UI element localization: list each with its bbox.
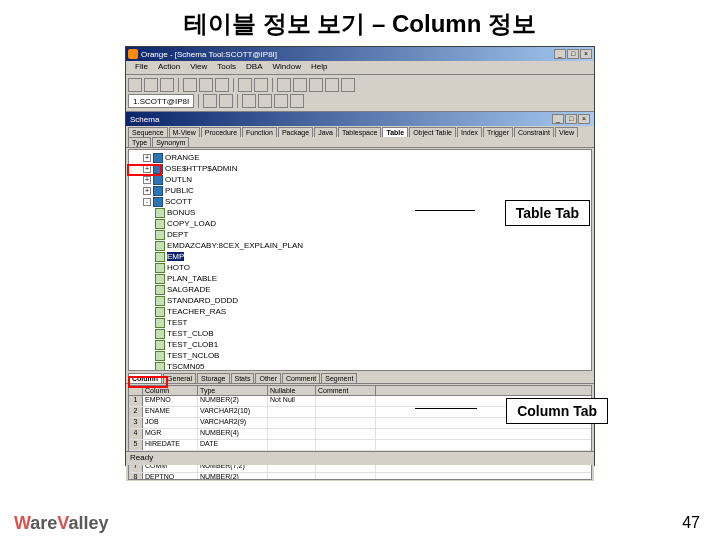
tree-node-label[interactable]: HOTO: [167, 263, 190, 272]
menu-file[interactable]: File: [130, 61, 153, 74]
grid-row[interactable]: 4MGRNUMBER(4): [129, 429, 591, 440]
inner-minimize[interactable]: _: [552, 114, 564, 124]
detail-tab-general[interactable]: General: [163, 373, 196, 383]
toolbar-button[interactable]: [309, 78, 323, 92]
tree-node-label[interactable]: BONUS: [167, 208, 195, 217]
tree-node-label[interactable]: TEACHER_RAS: [167, 307, 226, 316]
tab-java[interactable]: Java: [314, 127, 337, 137]
tab-procedure[interactable]: Procedure: [201, 127, 241, 137]
menu-view[interactable]: View: [185, 61, 212, 74]
tab-function[interactable]: Function: [242, 127, 277, 137]
tree-node-label[interactable]: TEST: [167, 318, 187, 327]
toolbar-button[interactable]: [290, 94, 304, 108]
toolbar-button[interactable]: [144, 78, 158, 92]
tab-m-view[interactable]: M-View: [169, 127, 200, 137]
detail-tab-segment[interactable]: Segment: [321, 373, 357, 383]
tab-view[interactable]: View: [555, 127, 578, 137]
grid-cell: [268, 429, 316, 439]
grid-cell: 3: [129, 418, 143, 428]
tree-expander[interactable]: +: [143, 176, 151, 184]
column-header[interactable]: Comment: [316, 386, 376, 395]
toolbar-button[interactable]: [199, 78, 213, 92]
toolbar-button[interactable]: [258, 94, 272, 108]
toolbar-button[interactable]: [160, 78, 174, 92]
toolbar-button[interactable]: [274, 94, 288, 108]
toolbar-button[interactable]: [254, 78, 268, 92]
tree-node-label[interactable]: SCOTT: [165, 197, 192, 206]
toolbar-button[interactable]: [215, 78, 229, 92]
tree-node-label[interactable]: TEST_NCLOB: [167, 351, 219, 360]
toolbar-button[interactable]: [183, 78, 197, 92]
toolbar-button[interactable]: [242, 94, 256, 108]
tab-constraint[interactable]: Constraint: [514, 127, 554, 137]
tree-node-label[interactable]: EMDAZCABY:8CEX_EXPLAIN_PLAN: [167, 241, 303, 250]
minimize-button[interactable]: _: [554, 49, 566, 59]
tree-node-label[interactable]: TSCMN05: [167, 362, 204, 371]
toolbar-button[interactable]: [238, 78, 252, 92]
app-icon: [128, 49, 138, 59]
tab-index[interactable]: Index: [457, 127, 482, 137]
column-header[interactable]: Type: [198, 386, 268, 395]
tree-node-label[interactable]: EMP: [167, 252, 184, 261]
tree-node-label[interactable]: PUBLIC: [165, 186, 194, 195]
detail-tab-column[interactable]: Column: [128, 373, 162, 383]
toolbar-button[interactable]: [341, 78, 355, 92]
tree-expander[interactable]: +: [143, 165, 151, 173]
detail-tab-stats[interactable]: Stats: [231, 373, 255, 383]
tree-node-label[interactable]: DEPT: [167, 230, 188, 239]
column-header[interactable]: Nullable: [268, 386, 316, 395]
detail-tab-other[interactable]: Other: [255, 373, 281, 383]
toolbar-button[interactable]: [128, 78, 142, 92]
window-controls: _ □ ×: [554, 49, 592, 59]
close-button[interactable]: ×: [580, 49, 592, 59]
schema-tree[interactable]: +ORANGE+OSE$HTTP$ADMIN+OUTLN+PUBLIC-SCOT…: [128, 149, 592, 371]
toolbar-button[interactable]: [277, 78, 291, 92]
connection-selector[interactable]: 1.SCOTT@IP8I: [128, 94, 194, 108]
tab-trigger[interactable]: Trigger: [483, 127, 513, 137]
tree-expander[interactable]: +: [143, 154, 151, 162]
tree-node-label[interactable]: OUTLN: [165, 175, 192, 184]
grid-row[interactable]: 5HIREDATEDATE: [129, 440, 591, 451]
toolbar-button[interactable]: [219, 94, 233, 108]
grid-row[interactable]: 8DEPTNONUMBER(2): [129, 473, 591, 480]
schema-icon: [153, 175, 163, 185]
tab-type[interactable]: Type: [128, 137, 151, 147]
maximize-button[interactable]: □: [567, 49, 579, 59]
tree-expander[interactable]: +: [143, 187, 151, 195]
tree-node-label[interactable]: STANDARD_DDDD: [167, 296, 238, 305]
tab-tablespace[interactable]: Tablespace: [338, 127, 381, 137]
tab-sequence[interactable]: Sequence: [128, 127, 168, 137]
tab-table[interactable]: Table: [382, 127, 408, 137]
menu-window[interactable]: Window: [267, 61, 305, 74]
callout-line: [415, 408, 477, 409]
grid-cell: [316, 396, 376, 406]
tree-node-label[interactable]: ORANGE: [165, 153, 200, 162]
toolbar-button[interactable]: [203, 94, 217, 108]
inner-maximize[interactable]: □: [565, 114, 577, 124]
detail-tab-comment[interactable]: Comment: [282, 373, 320, 383]
detail-tab-storage[interactable]: Storage: [197, 373, 230, 383]
toolbar-button[interactable]: [325, 78, 339, 92]
menu-action[interactable]: Action: [153, 61, 185, 74]
column-header[interactable]: [129, 386, 143, 395]
menu-tools[interactable]: Tools: [212, 61, 241, 74]
tree-node-label[interactable]: PLAN_TABLE: [167, 274, 217, 283]
column-header[interactable]: Column: [143, 386, 198, 395]
grid-cell: [316, 418, 376, 428]
inner-close[interactable]: ×: [578, 114, 590, 124]
tab-package[interactable]: Package: [278, 127, 313, 137]
page-number: 47: [682, 514, 700, 532]
toolbar-button[interactable]: [293, 78, 307, 92]
tree-node-label[interactable]: TEST_CLOB: [167, 329, 214, 338]
menu-dba[interactable]: DBA: [241, 61, 267, 74]
menu-help[interactable]: Help: [306, 61, 332, 74]
tree-node-label[interactable]: SALGRADE: [167, 285, 211, 294]
statusbar: Ready: [126, 451, 594, 465]
tab-synonym[interactable]: Synonym: [152, 137, 189, 147]
tree-node-label[interactable]: OSE$HTTP$ADMIN: [165, 164, 237, 173]
tree-expander[interactable]: -: [143, 198, 151, 206]
tree-node-label[interactable]: TEST_CLOB1: [167, 340, 218, 349]
tree-node-label[interactable]: COPY_LOAD: [167, 219, 216, 228]
table-icon: [155, 252, 165, 262]
tab-object-table[interactable]: Object Table: [409, 127, 456, 137]
